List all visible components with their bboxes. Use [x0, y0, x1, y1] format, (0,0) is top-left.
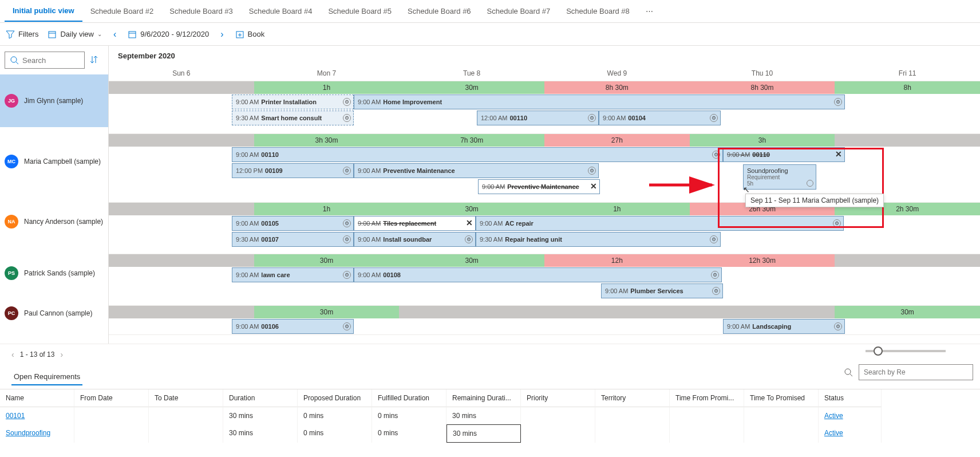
event-row: 9:00 AM 00105⚙9:00 AM Tiles replacement✕… — [109, 215, 980, 231]
table-row[interactable]: Soundproofing30 mins0 mins0 mins30 minsA… — [0, 424, 980, 443]
search-input[interactable] — [22, 56, 118, 65]
resource-row[interactable]: PCPaul Cannon (sample) — [0, 299, 108, 328]
resource-panel: JGJim Glynn (sample)MCMaria Campbell (sa… — [0, 46, 109, 344]
column-header[interactable]: Territory — [595, 389, 670, 407]
link[interactable]: Active — [824, 412, 843, 420]
cell: 30 mins — [223, 407, 298, 424]
event-row: 9:30 AM 00107⚙9:00 AM Install soundbar⚙9… — [109, 231, 980, 247]
cell — [74, 424, 149, 443]
next-range-button[interactable]: › — [218, 27, 226, 42]
booking[interactable]: 9:00 AM 00110⚙ — [232, 147, 723, 162]
column-header[interactable]: Status — [819, 389, 882, 407]
utilization-cell — [109, 254, 254, 267]
book-button[interactable]: Book — [235, 30, 265, 39]
booking[interactable]: 9:00 AM 00106⚙ — [232, 319, 354, 334]
drag-preview[interactable]: Soundproofing Requirement 5h — [743, 164, 816, 190]
tab-6[interactable]: Schedule Board #6 — [400, 1, 479, 21]
date-range[interactable]: 9/6/2020 - 9/12/2020 — [128, 30, 209, 39]
booking[interactable]: 9:00 AM Preventive Maintenance✕ — [478, 179, 600, 194]
filters-button[interactable]: Filters — [6, 30, 38, 39]
avatar: JG — [5, 94, 18, 108]
column-header[interactable]: Proposed Duration — [298, 389, 372, 407]
resource-row[interactable]: PSPatrick Sands (sample) — [0, 247, 108, 299]
column-header[interactable]: From Date — [74, 389, 149, 407]
link[interactable]: 00101 — [6, 412, 25, 420]
booking-title: 00106 — [261, 323, 279, 330]
booking[interactable]: 12:00 PM 00109⚙ — [232, 163, 354, 178]
booking[interactable]: 9:00 AM 00110✕ — [723, 147, 845, 162]
booking-title: Printer Installation — [261, 99, 317, 105]
gear-icon: ⚙ — [833, 219, 841, 227]
utilization-cell: 1h — [544, 203, 690, 215]
sort-button[interactable] — [89, 55, 98, 66]
table-row[interactable]: 0010130 mins0 mins0 mins30 minsActive — [0, 407, 980, 424]
resource-row[interactable]: NANancy Anderson (sample) — [0, 196, 108, 247]
booking[interactable]: 9:00 AM AC repair⚙ — [476, 216, 844, 231]
booking[interactable]: 9:00 AM Home Improvement⚙ — [354, 94, 845, 109]
booking[interactable]: 9:00 AM Printer Installation⚙ — [232, 94, 354, 109]
close-icon[interactable]: ✕ — [466, 218, 473, 227]
utilization-cell: 8h — [835, 81, 980, 94]
gear-icon: ⚙ — [343, 167, 351, 175]
utilization-cell: 12h — [544, 254, 690, 267]
column-header[interactable]: Name — [0, 389, 74, 407]
open-requirements-tab[interactable]: Open Requirements — [11, 369, 82, 385]
tab-5[interactable]: Schedule Board #5 — [320, 1, 400, 21]
resource-row[interactable]: JGJim Glynn (sample) — [0, 74, 108, 127]
booking[interactable]: 12:00 AM 00110⚙ — [477, 111, 599, 125]
booking[interactable]: 9:00 AM Install soundbar⚙ — [354, 232, 476, 247]
resource-row[interactable]: MCMaria Campbell (sample) — [0, 127, 108, 196]
tab-4[interactable]: Schedule Board #4 — [241, 1, 321, 21]
link[interactable]: Soundproofing — [6, 429, 50, 437]
utilization-row: 1h30m8h 30m8h 30m8h — [109, 81, 980, 94]
booking[interactable]: 9:00 AM lawn care⚙ — [232, 267, 354, 282]
tab-3[interactable]: Schedule Board #3 — [161, 1, 241, 21]
tab-7[interactable]: Schedule Board #7 — [479, 1, 559, 21]
link[interactable]: Active — [824, 429, 843, 437]
column-header[interactable]: Remaining Durati... — [446, 389, 521, 407]
booking[interactable]: 9:00 AM 00108⚙ — [354, 267, 722, 282]
column-header[interactable]: Fulfilled Duration — [372, 389, 446, 407]
column-header[interactable]: Duration — [223, 389, 298, 407]
pager-prev[interactable]: ‹ — [11, 350, 14, 359]
booking[interactable]: 9:00 AM 00105⚙ — [232, 216, 354, 231]
booking[interactable]: 9:30 AM Repair heating unit⚙ — [476, 232, 721, 247]
column-header[interactable]: To Date — [149, 389, 223, 407]
column-header[interactable]: Time From Promi... — [670, 389, 744, 407]
tab-overflow[interactable]: ⋯ — [638, 1, 661, 21]
column-header[interactable]: Time To Promised — [744, 389, 819, 407]
resource-search[interactable] — [5, 52, 85, 69]
view-dropdown[interactable]: Daily view ⌄ — [48, 30, 102, 39]
pager-next[interactable]: › — [60, 350, 63, 359]
booking[interactable]: 9:00 AM Landscaping⚙ — [723, 319, 845, 334]
booking[interactable]: 9:00 AM Tiles replacement✕ — [354, 216, 476, 231]
chevron-down-icon: ⌄ — [97, 31, 102, 37]
calendar-icon — [128, 30, 137, 39]
prev-range-button[interactable]: ‹ — [111, 27, 118, 42]
search-icon[interactable] — [844, 368, 853, 377]
booking-title: 00110 — [261, 151, 279, 158]
day-header: Wed 9 — [544, 66, 690, 81]
grid-header: NameFrom DateTo DateDurationProposed Dur… — [0, 389, 980, 407]
booking[interactable]: 9:00 AM Preventive Maintenance⚙ — [354, 163, 599, 178]
pager: ‹ 1 - 13 of 13 › — [0, 344, 980, 364]
event-row: 9:00 AM lawn care⚙9:00 AM 00108⚙ — [109, 267, 980, 283]
zoom-slider[interactable] — [866, 350, 946, 352]
booking[interactable]: 9:30 AM 00107⚙ — [232, 232, 354, 247]
booking[interactable]: 9:00 AM Plumber Services⚙ — [601, 283, 723, 298]
tab-8[interactable]: Schedule Board #8 — [558, 1, 638, 21]
zoom-thumb[interactable] — [874, 346, 883, 356]
gear-icon: ⚙ — [711, 271, 719, 279]
close-icon[interactable]: ✕ — [835, 149, 842, 159]
tab-2[interactable]: Schedule Board #2 — [82, 1, 162, 21]
booking[interactable]: 9:30 AM Smart home consult⚙ — [232, 111, 354, 125]
resource-name: Nancy Anderson (sample) — [24, 218, 103, 226]
tab-initial[interactable]: Initial public view — [5, 1, 82, 22]
column-header[interactable]: Priority — [521, 389, 595, 407]
cell: Active — [819, 424, 882, 443]
event-row: 9:00 AM 00106⚙9:00 AM Landscaping⚙ — [109, 318, 980, 334]
gear-icon: ⚙ — [588, 114, 596, 122]
booking[interactable]: 9:00 AM 00104⚙ — [599, 111, 721, 125]
close-icon[interactable]: ✕ — [590, 182, 597, 191]
requirements-search[interactable] — [859, 364, 973, 380]
